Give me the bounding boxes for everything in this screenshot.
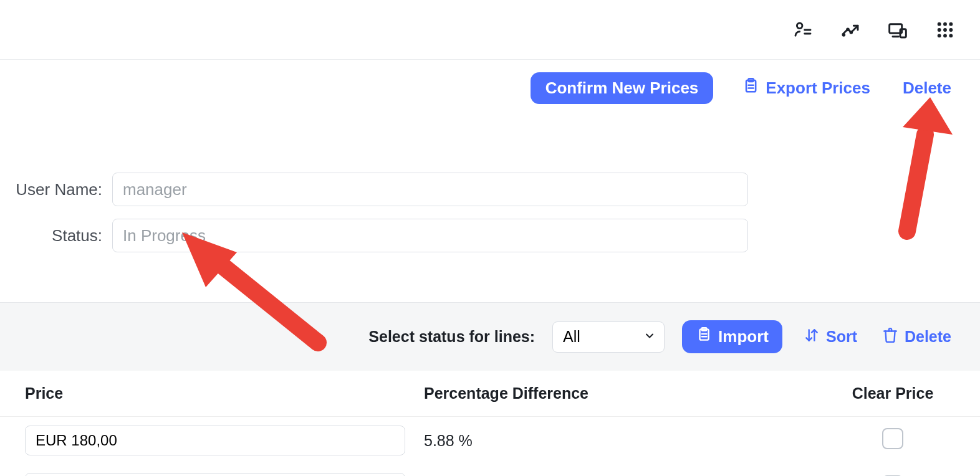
form-area: User Name: Status:	[0, 104, 980, 302]
column-header-diff: Percentage Difference	[424, 384, 830, 402]
status-field[interactable]	[112, 219, 748, 252]
table-row: 5.88 %	[0, 417, 980, 464]
lines-filter-label: Select status for lines:	[368, 328, 535, 346]
svg-point-0	[797, 23, 802, 29]
percentage-diff-cell: 5.88 %	[424, 432, 830, 450]
column-header-clear: Clear Price	[830, 384, 955, 402]
svg-point-13	[943, 28, 947, 32]
status-select[interactable]	[552, 321, 665, 353]
svg-point-17	[949, 34, 953, 37]
user-name-field[interactable]	[112, 173, 748, 206]
svg-rect-7	[900, 29, 906, 37]
svg-point-9	[938, 22, 941, 26]
user-name-label: User Name:	[0, 180, 112, 199]
clear-price-checkbox[interactable]	[882, 428, 903, 449]
svg-point-16	[943, 34, 947, 37]
svg-point-15	[938, 34, 941, 37]
table-row: 5.41 %	[0, 464, 980, 476]
user-name-row: User Name:	[0, 173, 955, 206]
lines-filter-bar: Select status for lines: Import Sort	[0, 302, 980, 371]
clipboard-import-icon	[696, 326, 712, 347]
confirm-new-prices-button[interactable]: Confirm New Prices	[531, 72, 714, 104]
apps-grid-icon[interactable]	[935, 20, 955, 40]
price-input[interactable]	[25, 473, 405, 476]
delete-label: Delete	[903, 79, 951, 98]
import-button[interactable]: Import	[682, 320, 782, 353]
delete-button[interactable]: Delete	[899, 78, 955, 98]
column-header-price: Price	[25, 384, 424, 402]
  -bar: Confirm New Prices Export Prices Delete	[0, 60, 980, 104]
status-select-wrap	[552, 321, 665, 353]
export-prices-label: Export Prices	[766, 79, 870, 98]
trash-icon	[882, 327, 898, 347]
svg-point-14	[949, 28, 953, 32]
svg-point-12	[938, 28, 941, 32]
svg-point-4	[847, 29, 849, 31]
table-header: Price Percentage Difference Clear Price	[0, 371, 980, 417]
devices-icon[interactable]	[888, 20, 908, 40]
export-prices-button[interactable]: Export Prices	[738, 77, 874, 100]
top-icon-bar	[0, 0, 980, 60]
import-label: Import	[718, 327, 769, 346]
user-list-icon[interactable]	[793, 20, 813, 40]
sort-label: Sort	[826, 328, 857, 346]
sort-button[interactable]: Sort	[800, 326, 861, 348]
svg-point-3	[843, 34, 845, 36]
lines-delete-label: Delete	[905, 328, 951, 346]
sort-arrows-icon	[804, 327, 820, 347]
lines-delete-button[interactable]: Delete	[878, 326, 955, 348]
status-label: Status:	[0, 226, 112, 245]
clipboard-export-icon	[742, 77, 759, 99]
chart-up-icon[interactable]	[840, 20, 860, 40]
price-input[interactable]	[25, 426, 405, 455]
status-row: Status:	[0, 219, 955, 252]
svg-point-11	[949, 22, 953, 26]
svg-point-10	[943, 22, 947, 26]
svg-point-5	[850, 31, 852, 33]
